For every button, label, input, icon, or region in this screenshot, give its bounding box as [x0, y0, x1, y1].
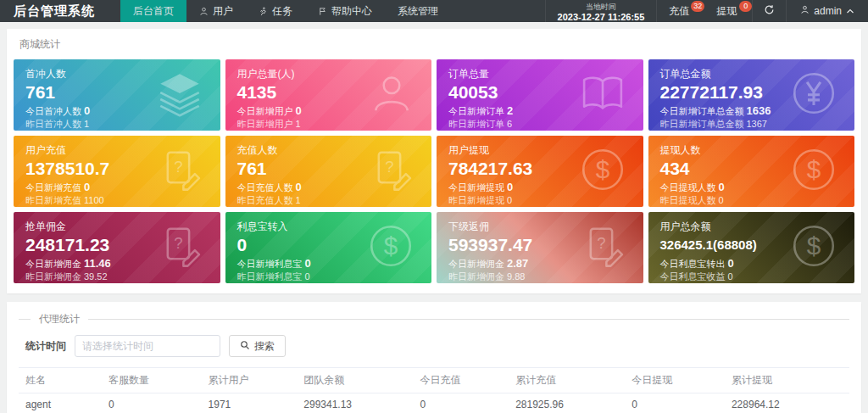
cell: 281925.96 [509, 393, 625, 413]
topbar: 后台管理系统 后台首页 用户 任务 帮助中心 [0, 0, 868, 22]
nav-label: 用户 [213, 4, 233, 19]
doc-question-edit-icon: ? [158, 223, 203, 272]
nav-item-users[interactable]: 用户 [186, 0, 246, 22]
cell: 228964.12 [725, 393, 849, 413]
stat-card-recharge-users: 充值人数 761 今日充值人数0 昨日充值人数1 ? [225, 136, 432, 207]
svg-text:?: ? [174, 158, 182, 176]
stat-card-user-total-balance: 用户总余额 326425.1(68808) 今日利息宝转出0 今日利息宝收益0 … [648, 212, 855, 283]
stat-card-first-recharge-users: 首冲人数 761 今日首冲人数0 昨日首冲人数1 [14, 59, 220, 131]
nav-label: 任务 [272, 4, 292, 19]
agent-search-form: 统计时间 搜索 [25, 335, 849, 357]
cell: 1971 [202, 393, 298, 413]
agent-section-title: 代理统计 [31, 312, 88, 326]
svg-text:?: ? [385, 158, 393, 176]
svg-text:$: $ [807, 232, 821, 260]
stat-card-total-orders: 订单总量 40053 今日新增订单2 昨日新增订单6 [437, 59, 643, 131]
nav-label: 后台首页 [133, 4, 174, 19]
col-team-balance: 团队余额 [297, 368, 413, 393]
col-today-recharge: 今日充值 [413, 368, 509, 393]
search-icon [240, 340, 250, 353]
stat-card-total-users: 用户总量(人) 4135 今日新增用户0 昨日新增用户1 [225, 59, 432, 131]
cell: 299341.13 [297, 393, 413, 413]
cell: 0 [413, 393, 509, 413]
dollar-circle-icon: $ [790, 146, 837, 197]
card-line-yesterday: 昨日新增充值1100 [25, 194, 209, 207]
topbar-right: 当地时间 2023-12-27 11:26:55 充值 32 提现 0 admi… [545, 0, 868, 22]
agent-table: 姓名 客服数量 累计用户 团队余额 今日充值 累计充值 今日提现 累计提现 ag… [19, 367, 849, 413]
recharge-button[interactable]: 充值 32 [657, 0, 704, 22]
dollar-circle-icon: $ [367, 222, 415, 273]
stat-card-interest-transfer-in: 利息宝转入 0 今日新增利息宝0 昨日新增利息宝0 $ [225, 212, 432, 283]
card-line-yesterday: 昨日新增用户1 [237, 118, 420, 131]
refresh-icon [764, 3, 775, 19]
layers-icon [156, 70, 203, 120]
caret-up-icon [846, 5, 854, 17]
stat-card-order-commission: 抢单佣金 248171.23 今日新增佣金11.46 昨日新增佣金39.52 ? [14, 212, 220, 283]
recharge-label: 充值 [669, 4, 689, 19]
nav-item-help-center[interactable]: 帮助中心 [305, 0, 385, 22]
withdraw-label: 提现 [716, 4, 737, 19]
card-line-yesterday: 昨日充值人数1 [237, 194, 420, 207]
flag-icon [318, 7, 327, 16]
doc-question-edit-icon: ? [369, 147, 415, 196]
nav-label: 帮助中心 [331, 4, 372, 19]
cell: agent [19, 393, 102, 413]
svg-text:$: $ [384, 232, 398, 260]
dollar-circle-icon: $ [579, 146, 626, 197]
book-icon [579, 70, 626, 120]
col-total-withdraw: 累计提现 [725, 368, 849, 393]
stats-section-title: 商城统计 [19, 37, 854, 52]
col-service-count: 客服数量 [102, 368, 202, 393]
local-time-value: 2023-12-27 11:26:55 [558, 12, 645, 22]
table-row: agent 0 1971 299341.13 0 281925.96 0 228… [19, 393, 849, 413]
nav-item-tasks[interactable]: 任务 [246, 0, 305, 22]
time-range-input[interactable] [75, 335, 220, 357]
recharge-badge: 32 [691, 1, 704, 12]
user-menu[interactable]: admin [787, 0, 868, 22]
dollar-circle-icon: $ [790, 222, 837, 273]
svg-text:?: ? [597, 234, 605, 252]
stats-panel: 商城统计 首冲人数 761 今日首冲人数0 昨日首冲人数1 用户总量(人) 41… [7, 29, 861, 293]
cell: 0 [625, 393, 725, 413]
card-line-yesterday: 昨日新增佣金39.52 [25, 271, 209, 283]
stat-card-user-recharge: 用户充值 1378510.7 今日新增充值0 昨日新增充值1100 ? [14, 136, 220, 207]
doc-question-edit-icon: ? [158, 147, 203, 196]
agent-fieldset: 代理统计 统计时间 搜索 [19, 312, 849, 357]
svg-text:$: $ [807, 155, 821, 183]
person-icon [800, 5, 810, 17]
search-button-label: 搜索 [254, 339, 275, 354]
cell: 0 [102, 393, 202, 413]
nav-label: 系统管理 [398, 4, 438, 19]
col-name: 姓名 [19, 368, 102, 393]
stat-card-downline-rebate: 下级返佣 593937.47 今日新增佣金2.87 昨日新增佣金9.88 ? [437, 212, 643, 283]
svg-text:?: ? [174, 234, 182, 252]
withdraw-button[interactable]: 提现 0 [704, 0, 752, 22]
col-today-withdraw: 今日提现 [625, 368, 725, 393]
local-time: 当地时间 2023-12-27 11:26:55 [546, 0, 657, 22]
main-nav: 后台首页 用户 任务 帮助中心 系统管理 [120, 0, 451, 22]
table-header-row: 姓名 客服数量 累计用户 团队余额 今日充值 累计充值 今日提现 累计提现 [19, 368, 849, 393]
col-total-users: 累计用户 [202, 368, 298, 393]
stat-card-user-withdraw: 用户提现 784217.63 今日新增提现0 昨日新增提现0 $ [437, 136, 643, 207]
agent-panel: 代理统计 统计时间 搜索 姓名 客服数量 累计用户 团队余额 今日充值 累计充值 [7, 302, 861, 413]
stat-card-total-order-amount: 订单总金额 22772117.93 今日新增订单总金额1636 昨日新增订单总金… [648, 59, 855, 131]
doc-question-edit-icon: ? [581, 223, 626, 272]
col-total-recharge: 累计充值 [509, 368, 625, 393]
stat-card-withdraw-users: 提现人数 434 今日提现人数0 昨日提现人数0 $ [648, 136, 855, 207]
stat-cards-grid: 首冲人数 761 今日首冲人数0 昨日首冲人数1 用户总量(人) 4135 今日… [14, 59, 854, 283]
nav-item-system[interactable]: 系统管理 [385, 0, 451, 22]
withdraw-badge: 0 [739, 1, 752, 12]
runner-icon [259, 7, 268, 16]
user-icon [369, 70, 415, 120]
user-icon [199, 7, 209, 16]
refresh-button[interactable] [753, 0, 786, 22]
app-title: 后台管理系统 [0, 0, 120, 22]
nav-item-home[interactable]: 后台首页 [120, 0, 186, 22]
yen-circle-icon [790, 70, 837, 120]
username: admin [814, 5, 842, 17]
search-button[interactable]: 搜索 [229, 335, 286, 357]
svg-text:$: $ [595, 155, 609, 183]
time-label: 统计时间 [25, 339, 66, 354]
card-line-yesterday: 昨日新增佣金9.88 [448, 271, 632, 283]
local-time-label: 当地时间 [558, 3, 645, 12]
